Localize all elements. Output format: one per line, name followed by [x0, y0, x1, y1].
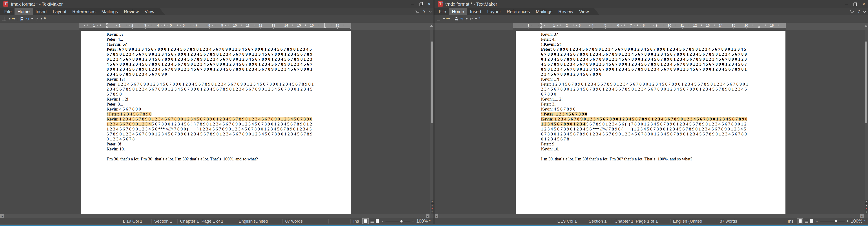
right-indent-marker[interactable]	[758, 26, 760, 28]
tab-view[interactable]: View	[576, 8, 592, 15]
undo-icon	[460, 17, 464, 21]
view-mode-normal-button[interactable]	[362, 218, 369, 224]
zoom-slider[interactable]	[820, 221, 845, 222]
tab-layout[interactable]: Layout	[484, 8, 504, 15]
view-mode-fullpage-button[interactable]	[376, 219, 379, 223]
zoom-out-button[interactable]: -	[382, 218, 383, 224]
collapse-ribbon-icon[interactable]	[429, 9, 432, 13]
scroll-down-button[interactable]: ▾	[865, 200, 868, 203]
status-overflow-button[interactable]: »	[429, 217, 431, 223]
collapse-ribbon-icon[interactable]	[863, 9, 866, 13]
status-word-count[interactable]: 87 words	[285, 218, 303, 224]
new-document-caret-icon[interactable]	[9, 18, 10, 20]
tab-home[interactable]: Home	[449, 8, 467, 15]
scroll-up-arrow-icon[interactable]	[865, 25, 867, 27]
cart-icon[interactable]	[849, 10, 854, 13]
status-cursor-position[interactable]: L 19 Col 1	[123, 218, 143, 224]
view-mode-draft-button[interactable]	[371, 220, 374, 223]
previous-page-button[interactable]: ▴	[431, 203, 434, 207]
tab-references[interactable]: References	[69, 8, 98, 15]
undo-caret-icon[interactable]	[31, 18, 33, 20]
tab-review[interactable]: Review	[121, 8, 142, 15]
scrollbar-buttons: ▾▴●▾	[431, 200, 434, 214]
save-button[interactable]	[455, 17, 455, 21]
scroll-down-button[interactable]: ▾	[431, 200, 434, 203]
ruler-dot	[91, 25, 91, 26]
toolbar-overflow-button[interactable]: »	[478, 16, 480, 20]
help-icon[interactable]: ?	[423, 9, 425, 14]
tab-mailings[interactable]: Mailings	[533, 8, 555, 15]
status-section[interactable]: Section 1	[589, 218, 607, 224]
next-page-button[interactable]: ▾	[431, 210, 434, 214]
zoom-slider[interactable]	[385, 221, 410, 222]
horizontal-scrollbar[interactable]: ◂▸	[0, 214, 434, 218]
new-document-caret-icon[interactable]	[443, 18, 445, 20]
minimize-button[interactable]	[408, 0, 416, 8]
view-mode-normal-button[interactable]	[797, 218, 803, 224]
zoom-slider-thumb[interactable]	[400, 220, 403, 223]
vertical-scrollbar-thumb[interactable]	[431, 41, 433, 123]
status-language[interactable]: English (United	[673, 218, 702, 224]
tab-home[interactable]: Home	[14, 8, 32, 15]
horizontal-scrollbar[interactable]: ◂▸	[434, 214, 868, 218]
help-icon[interactable]: ?	[858, 9, 860, 14]
redo-button[interactable]	[35, 17, 39, 21]
status-section[interactable]: Section 1	[154, 218, 172, 224]
tab-strip-tick	[145, 28, 146, 29]
document-line: Peter: 6 7 8 9 0 1 2 3 4 5 6 7 8 9 0 1 2…	[541, 47, 771, 52]
cart-icon[interactable]	[415, 10, 420, 13]
status-word-count[interactable]: 87 words	[720, 218, 737, 224]
status-cursor-position[interactable]: L 19 Col 1	[557, 218, 577, 224]
redo-caret-icon[interactable]	[40, 18, 42, 20]
status-language[interactable]: English (United	[239, 218, 268, 224]
redo-caret-icon[interactable]	[475, 18, 477, 20]
previous-page-button[interactable]: ▴	[865, 203, 868, 207]
tab-insert[interactable]: Insert	[33, 8, 50, 15]
toolbar-overflow-button[interactable]: »	[44, 16, 46, 20]
vertical-scrollbar-thumb[interactable]	[865, 41, 867, 123]
browse-object-button[interactable]: ●	[865, 207, 868, 210]
browse-object-button[interactable]: ●	[431, 207, 434, 210]
ruler-number: 7	[630, 23, 632, 28]
right-indent-marker[interactable]	[323, 26, 326, 28]
undo-button[interactable]	[460, 17, 464, 21]
redo-button[interactable]	[469, 17, 473, 21]
tab-file[interactable]: File	[1, 8, 14, 15]
status-insert-mode[interactable]: Ins	[788, 218, 794, 224]
view-mode-fullpage-button[interactable]	[810, 219, 813, 223]
status-chapter[interactable]: Chapter 1	[180, 218, 199, 224]
view-mode-draft-button[interactable]	[805, 220, 808, 223]
tab-file[interactable]: File	[436, 8, 449, 15]
vertical-scrollbar[interactable]	[430, 30, 433, 214]
close-button[interactable]: ×	[425, 0, 434, 8]
minimize-button[interactable]	[842, 0, 851, 8]
tab-references[interactable]: References	[504, 8, 533, 15]
next-page-button[interactable]: ▾	[865, 210, 868, 214]
close-button[interactable]: ×	[859, 0, 868, 8]
status-page[interactable]: Page 1 of 1	[636, 218, 658, 224]
undo-caret-icon[interactable]	[466, 18, 468, 20]
vertical-scrollbar[interactable]	[865, 30, 868, 214]
status-page[interactable]: Page 1 of 1	[202, 218, 223, 224]
document-page[interactable]: Kevin: 3?Peter: 4...! Kevin: 5?Peter: 6 …	[516, 31, 785, 214]
tab-mailings[interactable]: Mailings	[98, 8, 121, 15]
maximize-button[interactable]	[416, 0, 425, 8]
scroll-left-button[interactable]: ◂	[0, 214, 4, 218]
status-chapter[interactable]: Chapter 1	[615, 218, 633, 224]
tab-review[interactable]: Review	[555, 8, 576, 15]
zoom-out-button[interactable]: -	[816, 218, 818, 224]
save-button[interactable]	[20, 17, 21, 21]
zoom-in-button[interactable]: +	[412, 218, 414, 224]
maximize-button[interactable]	[851, 0, 859, 8]
undo-button[interactable]	[25, 17, 30, 21]
tab-layout[interactable]: Layout	[50, 8, 69, 15]
scroll-up-arrow-icon[interactable]	[430, 25, 433, 27]
status-overflow-button[interactable]: »	[863, 217, 865, 223]
tab-view[interactable]: View	[142, 8, 157, 15]
document-page[interactable]: Kevin: 3?Peter: 4...! Kevin: 5?Peter: 6 …	[81, 31, 351, 214]
zoom-slider-thumb[interactable]	[834, 220, 837, 223]
tab-insert[interactable]: Insert	[467, 8, 484, 15]
scroll-left-button[interactable]: ◂	[435, 214, 438, 218]
zoom-in-button[interactable]: +	[846, 218, 849, 224]
status-insert-mode[interactable]: Ins	[353, 218, 359, 224]
